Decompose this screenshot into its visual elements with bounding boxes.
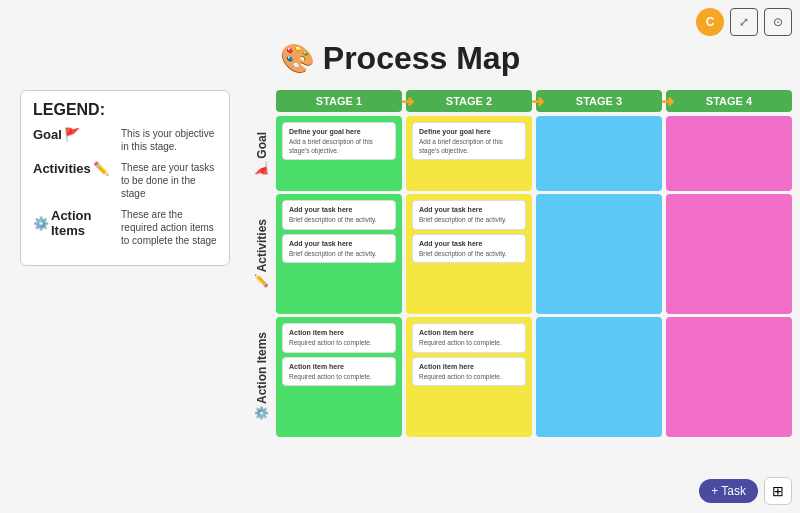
act-card-1-1[interactable]: Add your task here Brief description of … (282, 200, 396, 230)
stage-1-header: STAGE 1 (276, 90, 402, 112)
goal-row: 🚩Goal Define your goal here Add a brief … (248, 116, 792, 191)
act-card-2-2[interactable]: Add your task here Brief description of … (412, 234, 526, 264)
activities-cell-2[interactable]: Add your task here Brief description of … (406, 194, 532, 314)
stage-2-header: STAGE 2 (406, 90, 532, 112)
actions-cell-1[interactable]: Action item here Required action to comp… (276, 317, 402, 437)
action-card-1-2[interactable]: Action item here Required action to comp… (282, 357, 396, 387)
action-card-2-2[interactable]: Action item here Required action to comp… (412, 357, 526, 387)
legend-item-activities: Activities✏️ These are your tasks to be … (33, 161, 217, 200)
legend-box: LEGEND: Goal🚩 This is your objective in … (20, 90, 230, 266)
actions-cell-4[interactable] (666, 317, 792, 437)
goal-card-1-1[interactable]: Define your goal here Add a brief descri… (282, 122, 396, 160)
actions-row-label-col: ⚙️Action Items (248, 317, 276, 437)
action-card-2-1[interactable]: Action item here Required action to comp… (412, 323, 526, 353)
activities-cell-4[interactable] (666, 194, 792, 314)
actions-row-label: ⚙️Action Items (255, 332, 269, 421)
stages-header: STAGE 1 STAGE 2 STAGE 3 STAGE 4 (276, 90, 792, 112)
action-card-1-1[interactable]: Action item here Required action to comp… (282, 323, 396, 353)
stage-3-header: STAGE 3 (536, 90, 662, 112)
bottom-toolbar: + Task ⊞ (699, 477, 792, 505)
process-grid: 🚩Goal Define your goal here Add a brief … (248, 116, 792, 437)
process-map: STAGE 1 STAGE 2 STAGE 3 STAGE 4 🚩Goal De… (248, 90, 792, 463)
goal-cell-1[interactable]: Define your goal here Add a brief descri… (276, 116, 402, 191)
avatar[interactable]: C (696, 8, 724, 36)
legend-title: LEGEND: (33, 101, 217, 119)
legend-item-goal: Goal🚩 This is your objective in this sta… (33, 127, 217, 153)
actions-cell-2[interactable]: Action item here Required action to comp… (406, 317, 532, 437)
stage-4-header: STAGE 4 (666, 90, 792, 112)
task-button[interactable]: + Task (699, 479, 758, 503)
legend-goal-label: Goal🚩 (33, 127, 113, 142)
act-card-1-2[interactable]: Add your task here Brief description of … (282, 234, 396, 264)
goal-cell-2[interactable]: Define your goal here Add a brief descri… (406, 116, 532, 191)
legend-activities-desc: These are your tasks to be done in the s… (121, 161, 217, 200)
actions-cell-3[interactable] (536, 317, 662, 437)
actions-row: ⚙️Action Items Action item here Required… (248, 317, 792, 437)
grid-icon: ⊞ (772, 483, 784, 499)
goal-row-label-col: 🚩Goal (248, 116, 276, 191)
activities-row-cells: Add your task here Brief description of … (276, 194, 792, 314)
goal-cell-4[interactable] (666, 116, 792, 191)
title-emoji: 🎨 (280, 42, 315, 75)
grid-view-button[interactable]: ⊞ (764, 477, 792, 505)
legend-goal-desc: This is your objective in this stage. (121, 127, 217, 153)
goal-card-2-1[interactable]: Define your goal here Add a brief descri… (412, 122, 526, 160)
goal-row-label: 🚩Goal (255, 132, 269, 176)
page-title: 🎨 Process Map (280, 40, 520, 77)
settings-icon[interactable]: ⊙ (764, 8, 792, 36)
goal-row-cells: Define your goal here Add a brief descri… (276, 116, 792, 191)
header-icons: C ⤢ ⊙ (696, 8, 792, 36)
activities-cell-1[interactable]: Add your task here Brief description of … (276, 194, 402, 314)
act-card-2-1[interactable]: Add your task here Brief description of … (412, 200, 526, 230)
expand-icon[interactable]: ⤢ (730, 8, 758, 36)
actions-row-cells: Action item here Required action to comp… (276, 317, 792, 437)
legend-item-actions: ⚙️Action Items These are the required ac… (33, 208, 217, 247)
activities-row: ✏️Activities Add your task here Brief de… (248, 194, 792, 314)
legend-action-desc: These are the required action items to c… (121, 208, 217, 247)
goal-cell-3[interactable] (536, 116, 662, 191)
legend-activities-label: Activities✏️ (33, 161, 113, 176)
activities-row-label: ✏️Activities (255, 219, 269, 289)
activities-row-label-col: ✏️Activities (248, 194, 276, 314)
legend-action-label: ⚙️Action Items (33, 208, 113, 238)
activities-cell-3[interactable] (536, 194, 662, 314)
